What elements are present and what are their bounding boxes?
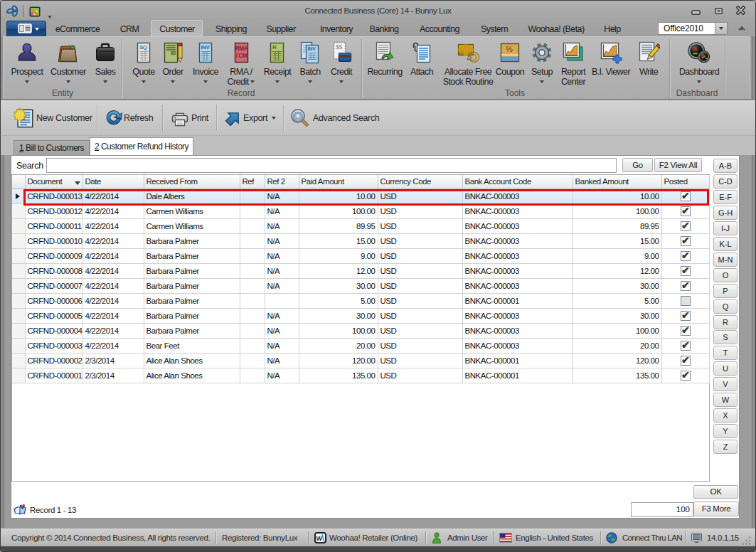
svg-text:W: W bbox=[316, 535, 323, 542]
svg-text:$$: $$ bbox=[336, 43, 342, 51]
svg-text:R: R bbox=[272, 44, 277, 51]
